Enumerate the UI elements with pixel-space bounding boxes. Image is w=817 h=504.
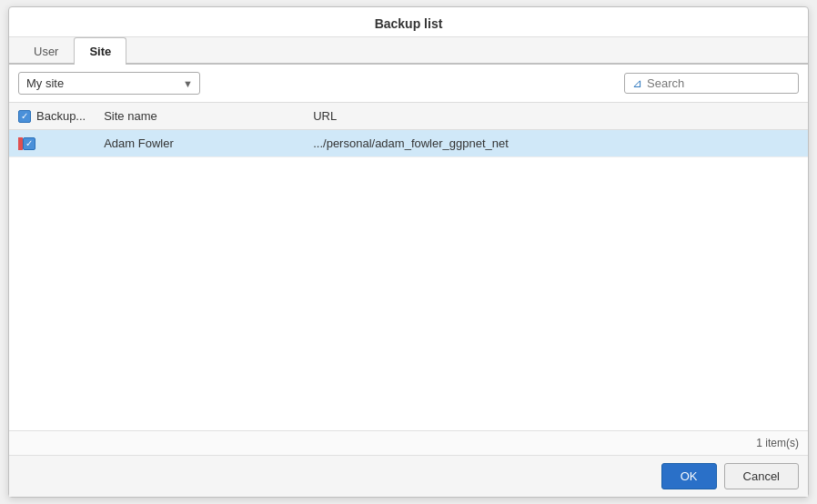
col-backup: ✓ Backup... [9, 103, 95, 130]
tab-site[interactable]: Site [74, 37, 126, 65]
row-checkbox[interactable]: ✓ [23, 137, 35, 150]
dialog-title: Backup list [9, 7, 808, 37]
cancel-button[interactable]: Cancel [724, 463, 799, 489]
table-area: ✓ Backup... Site name URL ✓ [9, 102, 808, 430]
backup-list-dialog: Backup list User Site My site All sites … [8, 6, 809, 498]
header-checkbox-wrapper: ✓ Backup... [18, 109, 86, 123]
search-input[interactable] [647, 76, 783, 90]
site-select[interactable]: My site All sites [18, 72, 200, 95]
table-header-row: ✓ Backup... Site name URL [9, 103, 808, 130]
tab-user[interactable]: User [18, 37, 74, 65]
filter-icon: ⊿ [632, 76, 642, 90]
dialog-footer: OK Cancel [9, 455, 808, 497]
col-backup-label: Backup... [36, 109, 86, 123]
toolbar: My site All sites ▼ ⊿ [9, 65, 808, 102]
header-checkbox[interactable]: ✓ [18, 110, 31, 123]
site-select-wrapper: My site All sites ▼ [18, 72, 200, 95]
search-wrapper: ⊿ [624, 73, 799, 94]
col-url: URL [304, 103, 808, 130]
status-bar: 1 item(s) [9, 430, 808, 455]
row-indicator [18, 137, 23, 150]
row-url: .../personal/adam_fowler_ggpnet_net [304, 130, 808, 157]
table-row[interactable]: ✓ Adam Fowler .../personal/adam_fowler_g… [9, 130, 808, 157]
row-site-name: Adam Fowler [95, 130, 304, 157]
item-count: 1 item(s) [756, 437, 799, 449]
backup-table: ✓ Backup... Site name URL ✓ [9, 103, 808, 157]
row-backup-cell: ✓ [9, 130, 95, 157]
ok-button[interactable]: OK [661, 463, 717, 489]
col-site-name: Site name [95, 103, 304, 130]
tab-bar: User Site [9, 37, 808, 65]
